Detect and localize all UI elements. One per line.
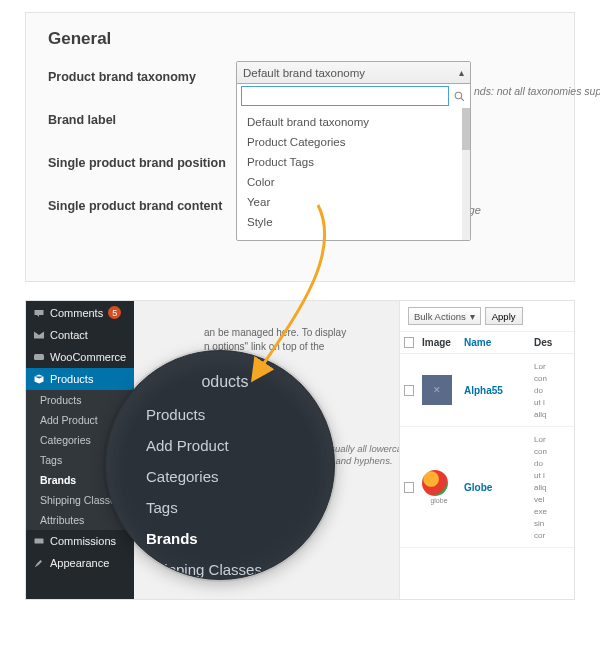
cash-icon (33, 535, 45, 547)
table-toolbar: Bulk Actions ▾ Apply (400, 301, 574, 332)
row-checkbox[interactable] (404, 385, 414, 396)
box-icon (33, 373, 45, 385)
brands-table: Bulk Actions ▾ Apply Image Name Des ✕ (399, 301, 574, 599)
bulk-actions-select[interactable]: Bulk Actions ▾ (408, 307, 481, 325)
table-header: Image Name Des (400, 332, 574, 354)
brand-link[interactable]: Alpha55 (464, 385, 503, 396)
magnifier-item: Products (146, 403, 304, 426)
taxonomy-option[interactable]: Default brand taxonomy (237, 112, 462, 132)
scrollbar-thumb[interactable] (462, 108, 470, 150)
magnifier-item: Categories (146, 465, 304, 488)
label-brand-label: Brand label (48, 110, 238, 127)
col-image[interactable]: Image (418, 332, 460, 353)
label-single-content: Single product brand content (48, 196, 238, 213)
brand-desc: Lor con do ut l aliq vel exe sin cor (534, 435, 547, 540)
sidebar-label: Products (50, 373, 93, 385)
settings-panel: General Product brand taxonomy Brand lab… (25, 12, 575, 282)
comment-icon (33, 307, 45, 319)
sidebar-label: Comments (50, 307, 103, 319)
search-icon (453, 90, 466, 103)
taxonomy-hint: nds: not all taxonomies support all (474, 85, 600, 97)
magnifier-item: Add Product (146, 434, 304, 457)
sidebar-item-commissions[interactable]: Commissions (26, 530, 134, 552)
thumb-caption: globe (422, 497, 456, 504)
sidebar-item-woocommerce[interactable]: WooCommerce (26, 346, 134, 368)
comments-count-badge: 5 (108, 306, 121, 319)
brand-desc: Lor con do ut l aliq (534, 362, 547, 419)
taxonomy-dropdown-header[interactable]: Default brand taxonomy ▴ (237, 62, 470, 84)
dropdown-scrollbar[interactable] (462, 108, 470, 240)
taxonomy-option-list: Default brand taxonomy Product Categorie… (237, 108, 462, 240)
sidebar-item-appearance[interactable]: Appearance (26, 552, 134, 574)
label-taxonomy: Product brand taxonomy (48, 67, 238, 84)
bulk-label: Bulk Actions (414, 311, 466, 322)
col-desc[interactable]: Des (530, 332, 574, 353)
chevron-up-icon: ▴ (459, 67, 464, 78)
sidebar-label: WooCommerce (50, 351, 126, 363)
sidebar-label: Appearance (50, 557, 109, 569)
sidebar-item-contact[interactable]: Contact (26, 324, 134, 346)
magnifier-item-current: Brands (146, 527, 304, 550)
brush-icon (33, 557, 45, 569)
brand-link[interactable]: Globe (464, 482, 492, 493)
table-row: globe Globe Lor con do ut l aliq vel exe… (400, 427, 574, 548)
mail-icon (33, 329, 45, 341)
label-single-position: Single product brand position (48, 153, 238, 170)
sidebar-label: Commissions (50, 535, 116, 547)
magnifier-overlay: oducts Products Add Product Categories T… (105, 350, 335, 580)
woo-icon (33, 351, 45, 363)
taxonomy-selected: Default brand taxonomy (243, 67, 365, 79)
sidebar-item-comments[interactable]: Comments 5 (26, 301, 134, 324)
taxonomy-search-input[interactable] (241, 86, 449, 106)
taxonomy-search-row (237, 84, 470, 108)
svg-rect-3 (35, 539, 44, 544)
col-name[interactable]: Name (460, 332, 530, 353)
svg-rect-2 (34, 354, 44, 360)
sidebar-item-products[interactable]: Products (26, 368, 134, 390)
brand-thumb-icon: globe (422, 470, 456, 504)
brands-intro: an be managed here. To display n options… (204, 326, 414, 353)
taxonomy-option[interactable]: Product Categories (237, 132, 462, 152)
submenu-item[interactable]: Products (26, 390, 134, 410)
chevron-down-icon: ▾ (470, 311, 475, 322)
apply-button[interactable]: Apply (485, 307, 523, 325)
section-heading: General (48, 29, 552, 49)
row-checkbox[interactable] (404, 482, 414, 493)
taxonomy-option[interactable]: Product Tags (237, 152, 462, 172)
select-all-checkbox[interactable] (404, 337, 414, 348)
brand-thumb-icon: ✕ (422, 375, 452, 405)
taxonomy-dropdown[interactable]: Default brand taxonomy ▴ Default brand t… (236, 61, 471, 241)
sidebar-label: Contact (50, 329, 88, 341)
table-row: ✕ Alpha55 Lor con do ut l aliq (400, 354, 574, 427)
svg-line-1 (461, 98, 464, 101)
magnifier-item: Tags (146, 496, 304, 519)
svg-point-0 (455, 92, 462, 99)
taxonomy-option[interactable]: Year (237, 192, 462, 212)
magnifier-header: oducts (146, 369, 304, 395)
taxonomy-option[interactable]: Style (237, 212, 462, 232)
intro-line: an be managed here. To display (204, 327, 346, 338)
taxonomy-option[interactable]: Color (237, 172, 462, 192)
